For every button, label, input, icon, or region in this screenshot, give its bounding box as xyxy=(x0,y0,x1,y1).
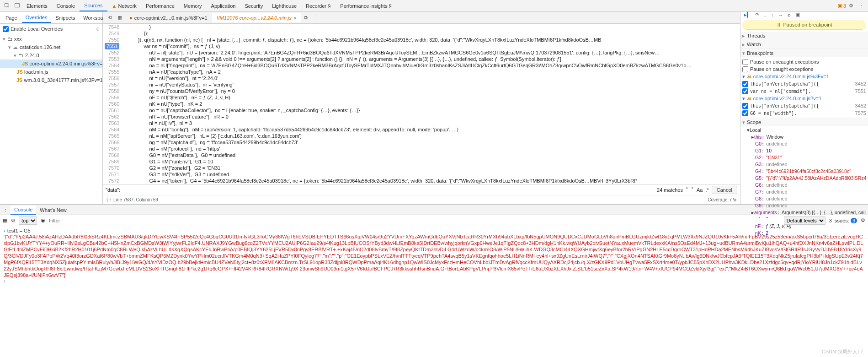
disable-icon[interactable]: ⊘ xyxy=(96,26,100,32)
bp-item[interactable]: var ns = nl["commit"],7551 xyxy=(742,87,866,95)
subtab-snippets[interactable]: Snippets xyxy=(52,13,79,22)
scope-var: G1: 10 xyxy=(742,148,866,155)
drawer-more-icon[interactable]: ⋮ xyxy=(0,207,11,213)
eye-icon[interactable]: ◉ xyxy=(41,217,45,223)
resume-icon[interactable]: ▸▎ xyxy=(744,12,751,18)
step-icon[interactable]: → xyxy=(778,12,783,18)
file-icon[interactable]: ▦ xyxy=(115,15,125,21)
step-over-icon[interactable]: ↷ xyxy=(755,12,759,18)
search-matches: 24 matches xyxy=(657,187,683,193)
issues-text[interactable]: 3 Issues: 3 xyxy=(829,218,857,223)
tab-memory[interactable]: Memory xyxy=(179,1,207,11)
sec-scope[interactable]: ▾Scope xyxy=(740,118,868,126)
step-into-icon[interactable]: ↓ xyxy=(764,12,767,18)
device-icon[interactable] xyxy=(12,1,22,11)
filter-input[interactable] xyxy=(49,218,780,223)
tab-console[interactable]: Console xyxy=(52,1,80,11)
tree-host[interactable]: ▾☁cstaticdun.126.net xyxy=(0,43,102,51)
clear-console-icon[interactable]: ⊘ xyxy=(11,217,15,223)
pause-ex-icon[interactable]: ▣ xyxy=(795,12,800,18)
scope-var: G7: undefined xyxy=(742,189,866,196)
scope-var: G0: undefined xyxy=(742,141,866,148)
match-case[interactable]: Aa xyxy=(697,187,703,193)
bp-file[interactable]: ▾JScore-optimi.v2.24.0.min.js?v=1 xyxy=(742,95,866,102)
bp-item[interactable]: G6 = ne["width"],7575 xyxy=(742,109,866,117)
tab-lighthouse[interactable]: Lighthouse xyxy=(267,1,301,11)
tree-file-0[interactable]: JScore-optimi.v2.24.0.min.js%3Fv=1 xyxy=(0,60,102,68)
scope-var: G2: "CN31" xyxy=(742,155,866,162)
tab-performance[interactable]: Performance xyxy=(141,1,179,11)
more-icon[interactable]: ⋮ xyxy=(856,1,866,11)
console-sidebar-icon[interactable]: ▦ xyxy=(3,217,7,223)
braces-icon[interactable]: { } xyxy=(107,197,111,202)
console-input-line: test1 = G5 xyxy=(7,228,31,233)
file-tab-0[interactable]: ●core-optimi.v2....0.min.js%3Fv=1 xyxy=(125,13,212,22)
search-prev[interactable]: ˄ xyxy=(686,187,688,193)
levels-select[interactable]: Default levels xyxy=(784,216,825,225)
more-icon[interactable]: ⋮ xyxy=(311,15,321,21)
scope-var: G5: "{\"d\":\"/f/p2AA4J.58iAzAHzDAAdbR8l… xyxy=(742,175,866,182)
scope-var: G8: undefined xyxy=(742,196,866,203)
tab-application[interactable]: Application xyxy=(207,1,240,11)
scope-var: G3: undefined xyxy=(742,162,866,168)
sec-breakpoints[interactable]: ▾Breakpoints xyxy=(740,49,868,57)
context-select[interactable]: top xyxy=(19,216,37,225)
sec-threads[interactable]: ▸Threads xyxy=(740,32,868,40)
inspect-icon[interactable] xyxy=(2,1,12,11)
issues-badge[interactable]: ▣ 3 xyxy=(838,3,846,9)
tab-network[interactable]: ▲ Network xyxy=(107,1,141,11)
cursor-pos: Line 7587, Column 59 xyxy=(113,197,158,202)
bp-item[interactable]: this["onVerifyCaptcha"]({3452 xyxy=(742,102,866,109)
coverage: Coverage: n/a xyxy=(708,197,736,202)
tab-elements[interactable]: Elements xyxy=(22,1,52,11)
deactivate-bp-icon[interactable]: ⌀ xyxy=(788,12,791,18)
drawer-whatsnew[interactable]: What's New xyxy=(36,206,70,214)
subtab-overrides[interactable]: Overrides xyxy=(22,13,51,23)
search-input[interactable] xyxy=(106,187,654,193)
console-prompt[interactable]: › xyxy=(4,278,5,284)
scope-var: G9: undefined xyxy=(742,203,866,210)
tab-recorder[interactable]: Recorder ⎘ xyxy=(301,1,335,11)
cancel-button[interactable]: Cancel xyxy=(712,186,737,194)
paused-banner: ⏸Paused on breakpoint xyxy=(742,20,866,30)
settings-icon[interactable]: ⚙ xyxy=(846,1,856,11)
sec-watch[interactable]: ▸Watch xyxy=(740,40,868,49)
tree-file-1[interactable]: JSload.min.js xyxy=(0,68,102,76)
open-new-icon[interactable]: ⧉ xyxy=(301,15,311,21)
scope-var: G4: "5b44c6921b964fa58cf3c2c45a03918c" xyxy=(742,168,866,175)
console-output: '{"d":"/f/p2AA4J.58iAzAHzDAAdbR8l03iSRz4… xyxy=(4,233,864,278)
drawer-console[interactable]: Console xyxy=(11,206,36,215)
tab-sources[interactable]: Sources xyxy=(80,0,107,11)
pause-uncaught[interactable] xyxy=(742,59,748,65)
step-out-icon[interactable]: ↑ xyxy=(771,12,774,18)
scope-var: G6: undefined xyxy=(742,182,866,189)
tree-folder[interactable]: ▾🗀2.24.0 xyxy=(0,51,102,60)
search-next[interactable]: ˅ xyxy=(691,187,694,193)
regex[interactable]: .* xyxy=(705,187,708,193)
enable-overrides-checkbox[interactable] xyxy=(3,26,9,32)
svg-rect-1 xyxy=(15,4,19,7)
pause-caught[interactable] xyxy=(742,66,748,72)
tree-file-2[interactable]: JSwm.3.0.0_33d41777.min.js%3Fv=1 xyxy=(0,76,102,84)
bp-file[interactable]: ▾JScore-optimi.v2.24.0.min.js%3Fv=1 xyxy=(742,73,866,80)
bp-item[interactable]: this["onVerifyCaptcha"]({3452 xyxy=(742,80,866,87)
tree-root[interactable]: ▾🗀xxx xyxy=(0,35,102,43)
file-tab-1[interactable]: VM12076 core-op...v2.24.0.min.js× xyxy=(212,13,301,22)
history-icon[interactable]: ⟲ xyxy=(105,15,115,21)
close-icon[interactable]: × xyxy=(293,15,296,21)
settings-icon[interactable]: ⚙ xyxy=(861,217,865,223)
tab-perfinsights[interactable]: Performance insights ⎘ xyxy=(335,1,396,11)
enable-overrides-label: Enable Local Overrides xyxy=(11,26,63,32)
subtab-page[interactable]: Page xyxy=(2,13,21,22)
tab-security[interactable]: Security xyxy=(240,1,267,11)
